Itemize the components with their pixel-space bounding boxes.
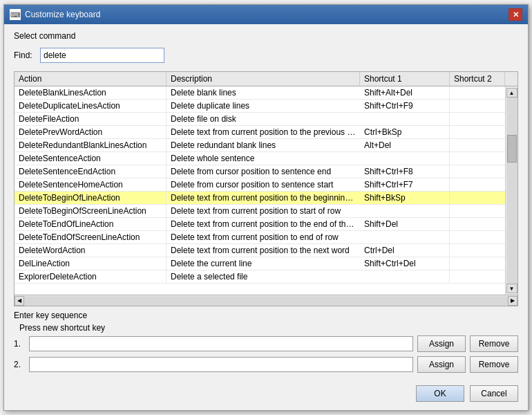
cell-shortcut1: Shift+Ctrl+Del — [360, 257, 450, 270]
find-label: Find: — [14, 50, 35, 60]
cell-action: ExplorerDeleteAction — [15, 270, 167, 283]
shortcut-row-2: 2. Assign Remove — [14, 356, 518, 373]
cell-shortcut1 — [360, 152, 450, 165]
table-row[interactable]: DeleteSentenceHomeActionDelete from curs… — [15, 178, 505, 192]
cell-shortcut1: Alt+Del — [360, 139, 450, 151]
remove-button-2[interactable]: Remove — [470, 356, 518, 373]
table-row[interactable]: DeleteBlankLinesActionDelete blank lines… — [15, 86, 505, 100]
scroll-left-btn[interactable]: ◀ — [15, 296, 24, 306]
cell-shortcut1 — [360, 113, 450, 125]
cell-shortcut2 — [450, 192, 505, 204]
ok-button[interactable]: OK — [416, 385, 464, 402]
cell-description: Delete from cursor position to sentence … — [167, 178, 360, 191]
table-row[interactable]: DeleteToBeginOfScreenLineActionDelete te… — [15, 205, 505, 218]
table-row[interactable]: DeleteWordActionDelete text from current… — [15, 244, 505, 257]
horizontal-scrollbar[interactable]: ◀ ▶ — [15, 295, 517, 306]
cell-action: DeleteWordAction — [15, 244, 167, 257]
table-row[interactable]: ExplorerDeleteActionDelete a selected fi… — [15, 270, 505, 284]
action-table: Action Description Shortcut 1 Shortcut 2… — [14, 71, 518, 306]
cell-shortcut2 — [450, 152, 505, 165]
assign-button-2[interactable]: Assign — [417, 356, 466, 373]
cell-action: DeleteRedundantBlankLinesAction — [15, 139, 167, 151]
row-num-2: 2. — [14, 360, 25, 369]
cell-description: Delete text from current position to the… — [167, 218, 360, 230]
titlebar-left: ⌨ Customize keyboard — [10, 9, 100, 20]
cell-description: Delete text from current position to sta… — [167, 205, 360, 217]
header-shortcut1: Shortcut 1 — [360, 72, 450, 86]
cell-action: DeleteToBeginOfScreenLineAction — [15, 205, 167, 217]
cell-shortcut2 — [450, 231, 505, 243]
table-row[interactable]: DeletePrevWordActionDelete text from cur… — [15, 126, 505, 139]
titlebar: ⌨ Customize keyboard ✕ — [4, 5, 528, 24]
shortcut-input-2[interactable] — [29, 357, 413, 372]
scroll-track[interactable] — [506, 98, 517, 284]
cell-shortcut2 — [450, 244, 505, 257]
cell-shortcut2 — [450, 257, 505, 270]
shortcut-input-1[interactable] — [29, 336, 413, 351]
close-button[interactable]: ✕ — [509, 8, 522, 21]
cell-action: DeleteToEndOfLineAction — [15, 218, 167, 230]
cell-description: Delete text from current position to the… — [167, 192, 360, 204]
cell-shortcut2 — [450, 100, 505, 112]
cell-shortcut1 — [360, 270, 450, 283]
cell-description: Delete blank lines — [167, 86, 360, 99]
cell-shortcut2 — [450, 165, 505, 178]
cell-shortcut2 — [450, 126, 505, 138]
cell-description: Delete redundant blank lines — [167, 139, 360, 151]
scroll-thumb[interactable] — [507, 135, 517, 163]
cell-action: DeleteSentenceEndAction — [15, 165, 167, 178]
table-row[interactable]: DelLineActionDelete the current lineShif… — [15, 257, 505, 270]
cancel-button[interactable]: Cancel — [470, 385, 518, 402]
bottom-buttons: OK Cancel — [14, 381, 518, 403]
cell-shortcut2 — [450, 218, 505, 230]
table-rows[interactable]: DeleteBlankLinesActionDelete blank lines… — [15, 86, 505, 295]
cell-description: Delete duplicate lines — [167, 100, 360, 112]
remove-button-1[interactable]: Remove — [470, 335, 518, 352]
dialog-body: Select command Find: Action Description … — [4, 24, 528, 410]
press-shortcut-label: Press new shortcut key — [19, 323, 518, 333]
scrollbar-placeholder — [505, 72, 517, 86]
cell-description: Delete a selected file — [167, 270, 360, 283]
cell-shortcut1: Shift+Del — [360, 218, 450, 230]
cell-action: DeleteBlankLinesAction — [15, 86, 167, 99]
table-row[interactable]: DeleteToEndOfLineActionDelete text from … — [15, 218, 505, 231]
cell-shortcut2 — [450, 86, 505, 99]
table-row[interactable]: DeleteSentenceEndActionDelete from curso… — [15, 165, 505, 178]
cell-shortcut1: Shift+Ctrl+F9 — [360, 100, 450, 112]
enter-key-label: Enter key sequence — [14, 311, 518, 320]
cell-description: Delete text from current position to the… — [167, 244, 360, 257]
header-description: Description — [167, 72, 360, 86]
table-row[interactable]: DeleteToBeginOfLineActionDelete text fro… — [15, 192, 505, 205]
cell-shortcut1 — [360, 205, 450, 217]
table-body-container: DeleteBlankLinesActionDelete blank lines… — [15, 86, 517, 295]
cell-action: DeleteSentenceAction — [15, 152, 167, 165]
cell-action: DeleteDuplicateLinesAction — [15, 100, 167, 112]
dialog-title: Customize keyboard — [25, 10, 100, 19]
scroll-right-btn[interactable]: ▶ — [508, 296, 517, 306]
cell-action: DeleteFileAction — [15, 113, 167, 125]
cell-shortcut1: Shift+BkSp — [360, 192, 450, 204]
cell-shortcut1: Shift+Ctrl+F7 — [360, 178, 450, 191]
scroll-up-btn[interactable]: ▲ — [506, 88, 517, 98]
cell-description: Delete whole sentence — [167, 152, 360, 165]
cell-shortcut2 — [450, 113, 505, 125]
table-row[interactable]: DeleteSentenceActionDelete whole sentenc… — [15, 152, 505, 165]
find-row: Find: — [14, 48, 518, 63]
cell-shortcut2 — [450, 139, 505, 151]
table-header: Action Description Shortcut 1 Shortcut 2 — [15, 72, 517, 86]
table-row[interactable]: DeleteRedundantBlankLinesActionDelete re… — [15, 139, 505, 152]
vertical-scrollbar[interactable]: ▲ ▼ — [505, 86, 517, 295]
press-shortcut-label-wrapper: Press new shortcut key — [19, 323, 518, 333]
table-row[interactable]: DeleteToEndOfScreenLineActionDelete text… — [15, 231, 505, 244]
assign-button-1[interactable]: Assign — [417, 335, 466, 352]
scroll-down-btn[interactable]: ▼ — [506, 284, 517, 293]
find-input[interactable] — [40, 48, 164, 63]
hscroll-track[interactable] — [24, 296, 508, 306]
cell-description: Delete file on disk — [167, 113, 360, 125]
row-num-1: 1. — [14, 339, 25, 349]
cell-shortcut2 — [450, 178, 505, 191]
header-action: Action — [15, 72, 167, 86]
table-row[interactable]: DeleteFileActionDelete file on disk — [15, 113, 505, 126]
cell-description: Delete from cursor position to sentence … — [167, 165, 360, 178]
table-row[interactable]: DeleteDuplicateLinesActionDelete duplica… — [15, 100, 505, 113]
